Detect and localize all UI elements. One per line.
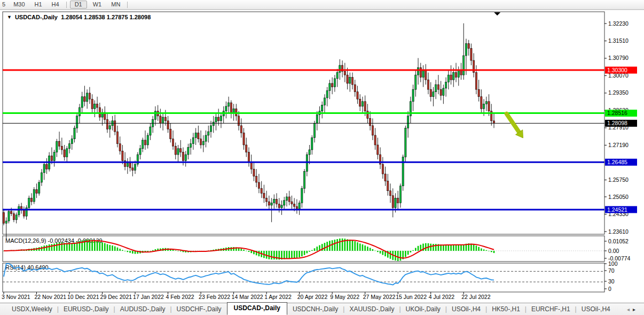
svg-text:1.23610: 1.23610	[608, 228, 629, 235]
svg-text:4 Jul 2022: 4 Jul 2022	[429, 294, 455, 300]
chart-shift-marker[interactable]	[494, 12, 500, 16]
toolbar-divider	[66, 2, 67, 8]
svg-text:22 Jul 2022: 22 Jul 2022	[461, 294, 490, 300]
svg-text:1.28098: 1.28098	[607, 120, 627, 126]
timeframe-button-mn[interactable]: MN	[106, 1, 125, 9]
tab-usdx-weekly[interactable]: USDX,Weekly	[7, 304, 57, 315]
svg-text:1.28630: 1.28630	[608, 107, 629, 113]
svg-text:-0.00774: -0.00774	[608, 255, 631, 262]
macd-values: -0.002434 -0.000139	[48, 237, 102, 244]
chart-symbol-label: USDCAD-,Daily	[15, 14, 58, 20]
tab-ukoil-daily[interactable]: UKOil-,Daily	[402, 304, 445, 315]
svg-text:17 Jan 2022: 17 Jan 2022	[133, 294, 164, 300]
svg-text:1.29350: 1.29350	[608, 89, 629, 96]
toolbar-divider	[127, 2, 128, 8]
rsi-line	[4, 264, 494, 285]
timeframe-button-h1[interactable]: H1	[30, 1, 47, 9]
svg-text:0.01052: 0.01052	[608, 238, 629, 244]
svg-text:9 May 2022: 9 May 2022	[330, 294, 359, 300]
down-arrow-annotation[interactable]	[507, 114, 523, 138]
tab-usdcnh-daily[interactable]: USDCNH-,Daily	[288, 304, 342, 315]
chart-title: ▼USDCAD-,Daily 1.28054 1.28538 1.27875 1…	[7, 14, 151, 20]
svg-text:1.30300: 1.30300	[607, 67, 627, 73]
svg-text:1.25750: 1.25750	[608, 176, 629, 183]
svg-text:1.27910: 1.27910	[608, 124, 629, 130]
svg-text:70: 70	[608, 267, 615, 274]
svg-text:27 May 2022: 27 May 2022	[363, 294, 396, 300]
price-axis: 1.322301.315101.307901.300701.293501.286…	[604, 20, 631, 292]
tab-scroll-left-icon[interactable]: ◂	[627, 306, 633, 312]
svg-text:1.25050: 1.25050	[608, 194, 629, 200]
svg-text:1.26485: 1.26485	[607, 159, 627, 165]
chart-menu-icon[interactable]: ▼	[7, 14, 12, 20]
resistance-line-price-tag	[605, 67, 637, 74]
timeframe-button-w1[interactable]: W1	[88, 1, 107, 9]
support-line-2-price-tag	[605, 206, 637, 213]
timeframe-button-m30[interactable]: M30	[9, 1, 29, 9]
svg-text:0: 0	[608, 286, 611, 292]
rsi-name: RSI(14)	[5, 264, 26, 271]
svg-text:0.00: 0.00	[608, 248, 619, 254]
svg-text:10 Dec 2021: 10 Dec 2021	[67, 294, 99, 300]
svg-text:1.24521: 1.24521	[607, 206, 627, 213]
tab-audusd-daily[interactable]: AUDUSD-,Daily	[116, 304, 170, 315]
svg-text:3 Nov 2021: 3 Nov 2021	[2, 294, 30, 300]
broken-support-line-price-tag	[605, 110, 637, 117]
svg-text:4 Feb 2022: 4 Feb 2022	[166, 294, 194, 300]
chart-ohlc-values: 1.28054 1.28538 1.27875 1.28098	[61, 14, 151, 20]
support-line-1-price-tag	[605, 159, 637, 166]
tab-scroll-right-icon[interactable]: ▸	[633, 306, 639, 312]
tab-hk50-h1[interactable]: HK50-,H1	[488, 304, 524, 315]
timeframe-button-d1[interactable]: D1	[70, 1, 87, 9]
chart-canvas: 1.322301.315101.307901.300701.293501.286…	[0, 0, 644, 303]
svg-text:1.30070: 1.30070	[608, 72, 629, 79]
current-price-line-price-tag	[605, 120, 637, 127]
svg-text:1 Apr 2022: 1 Apr 2022	[264, 294, 292, 300]
svg-text:22 Nov 2021: 22 Nov 2021	[35, 294, 67, 300]
svg-text:15 Jun 2022: 15 Jun 2022	[396, 294, 427, 300]
tab-xauusd-daily[interactable]: XAUUSD-,Daily	[345, 304, 398, 315]
timeframe-toolbar: 5M30H1H4D1W1MN	[0, 0, 644, 10]
date-axis: 3 Nov 202122 Nov 202110 Dec 202129 Dec 2…	[2, 292, 491, 300]
macd-name: MACD(12,26,9)	[5, 237, 46, 244]
svg-text:1.31510: 1.31510	[608, 37, 629, 44]
svg-text:1.24330: 1.24330	[608, 211, 629, 217]
trading-terminal-window: 5M30H1H4D1W1MN ▼USDCAD-,Daily 1.28054 1.…	[0, 0, 644, 315]
tab-usdcad-daily[interactable]: USDCAD-,Daily	[227, 302, 287, 315]
svg-text:1.30790: 1.30790	[608, 55, 629, 61]
svg-text:30: 30	[608, 278, 615, 285]
tab-usoil-h4[interactable]: USOil-,H4	[577, 304, 615, 315]
svg-text:29 Dec 2021: 29 Dec 2021	[100, 294, 132, 300]
svg-text:1.32230: 1.32230	[608, 20, 629, 27]
svg-text:23 Feb 2022: 23 Feb 2022	[199, 294, 230, 300]
tab-usdchf-daily[interactable]: USDCHF-,Daily	[172, 304, 226, 315]
rsi-indicator-label: RSI(14) 40.6490	[5, 264, 49, 271]
pane-frames	[3, 12, 604, 292]
timeframe-button-5[interactable]: 5	[0, 1, 9, 9]
svg-text:1.28516: 1.28516	[607, 110, 627, 116]
tab-eurchf-h1[interactable]: EURCHF-,H1	[527, 304, 575, 315]
svg-text:14 Mar 2022: 14 Mar 2022	[232, 294, 263, 300]
svg-text:1.27190: 1.27190	[608, 142, 629, 148]
horizontal-lines: 1.303001.285161.280981.264851.24521	[3, 67, 637, 213]
candlestick-series	[3, 24, 494, 239]
timeframe-button-h4[interactable]: H4	[47, 1, 64, 9]
tab-eurusd-daily[interactable]: EURUSD-,Daily	[59, 304, 113, 315]
svg-text:100: 100	[608, 260, 618, 267]
tab-scroll-arrows[interactable]: ◂▸	[627, 306, 639, 312]
rsi-value: 40.6490	[27, 264, 49, 271]
svg-text:20 Apr 2022: 20 Apr 2022	[297, 294, 328, 300]
macd-indicator-label: MACD(12,26,9) -0.002434 -0.000139	[5, 237, 103, 244]
tab-usoil-h4[interactable]: USOil-,H4	[447, 304, 485, 315]
symbol-tabs-bar: USDX,Weekly|EURUSD-,Daily|AUDUSD-,Daily|…	[0, 303, 644, 315]
